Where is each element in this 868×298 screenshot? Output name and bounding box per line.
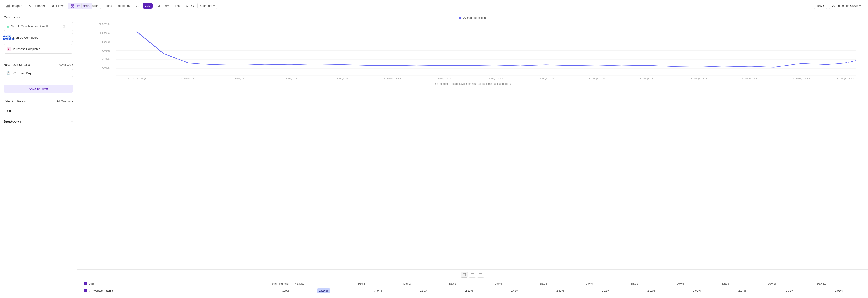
each-day-text: Each Day <box>19 71 31 75</box>
all-groups-select[interactable]: All Groups ▾ <box>57 99 73 103</box>
col-date[interactable]: Date <box>81 280 208 287</box>
svg-text:Day 26: Day 26 <box>793 77 810 80</box>
compare-button[interactable]: Compare ▾ <box>197 3 217 9</box>
nav-funnels[interactable]: Funnels <box>26 3 48 9</box>
save-as-new-button[interactable]: Save as New <box>4 85 73 93</box>
cell-day9: 2.24% <box>719 287 765 294</box>
retention-chart: 12% 10% 8% 6% 4% 2% < 1 Day Day 2 Day 4 … <box>84 22 861 81</box>
7d-button[interactable]: 7D <box>133 3 142 8</box>
cell-day3: 2.12% <box>446 287 492 294</box>
table-row: ▶ Average Retention 100% 10.36% 3.34% 2.… <box>81 287 864 294</box>
date-checkbox[interactable] <box>84 282 87 285</box>
svg-text:Day 28: Day 28 <box>837 77 854 80</box>
nav-flows-label: Flows <box>56 4 64 8</box>
svg-text:4%: 4% <box>102 58 110 61</box>
day-chevron: ▾ <box>823 4 824 7</box>
svg-rect-3 <box>71 4 72 6</box>
chart-subtitle: The number of exact days later your User… <box>84 82 861 86</box>
event-1-block: Average Retention Sign Up Completed ⋮ <box>4 33 73 42</box>
criteria-advanced[interactable]: Advanced ▾ <box>59 63 73 66</box>
custom-date-button[interactable]: Custom <box>81 3 101 9</box>
col-day4[interactable]: Day 4 <box>492 280 537 287</box>
svg-rect-6 <box>73 6 74 7</box>
col-day6[interactable]: Day 6 <box>583 280 628 287</box>
col-day1[interactable]: Day 1 <box>355 280 401 287</box>
event-1-menu[interactable]: ⋮ <box>66 35 70 40</box>
advanced-chevron: ▾ <box>72 63 73 66</box>
row-expand[interactable]: ▶ <box>89 290 90 292</box>
header-event-block: ⊞ Sign Up Completed and then Purchase C.… <box>4 22 73 31</box>
day-select-button[interactable]: Day ▾ <box>814 3 827 9</box>
col-day2[interactable]: Day 2 <box>401 280 446 287</box>
event-2-menu[interactable]: ⋮ <box>66 47 70 51</box>
col-total[interactable]: Total Profile(s) <box>208 280 292 287</box>
breakdown-plus-icon: + <box>71 119 73 123</box>
svg-text:Day 2: Day 2 <box>181 77 195 80</box>
svg-rect-2 <box>9 4 9 7</box>
calendar-icon <box>84 4 87 7</box>
retention-section-title[interactable]: Retention ▾ <box>4 16 73 19</box>
cell-day8: 2.02% <box>674 287 719 294</box>
view-toggle-chart[interactable] <box>469 272 476 278</box>
event-2-block: 2 Purchase Completed ⋮ <box>4 44 73 54</box>
col-day9[interactable]: Day 9 <box>719 280 765 287</box>
svg-rect-4 <box>73 4 74 6</box>
xtd-button[interactable]: XTD ▾ <box>184 3 197 8</box>
svg-rect-7 <box>84 5 87 7</box>
curve-icon <box>832 4 835 8</box>
retention-chevron: ▾ <box>19 16 20 19</box>
svg-text:Day 6: Day 6 <box>283 77 297 80</box>
cell-day2: 2.19% <box>401 287 446 294</box>
header-event-menu[interactable]: ⋮ <box>66 24 70 29</box>
svg-text:8%: 8% <box>102 40 110 43</box>
criteria-box: 🕐 On Each Day <box>4 69 73 77</box>
criteria-label: Retention Criteria <box>4 63 30 66</box>
breakdown-label: Breakdown <box>4 120 21 123</box>
cell-day6: 2.12% <box>583 287 628 294</box>
filter-plus-icon: + <box>71 109 73 113</box>
today-button[interactable]: Today <box>102 3 114 8</box>
view-toggle-full[interactable] <box>461 272 468 278</box>
nav-funnels-label: Funnels <box>33 4 45 8</box>
row-checkbox[interactable] <box>84 289 87 292</box>
cell-lt1day: 10.36% <box>292 287 355 294</box>
chart-legend: Average Retention <box>84 16 861 20</box>
col-day10[interactable]: Day 10 <box>765 280 814 287</box>
view-toggle-minimal[interactable] <box>477 272 484 278</box>
svg-text:12%: 12% <box>98 23 110 26</box>
col-day8[interactable]: Day 8 <box>674 280 719 287</box>
3m-button[interactable]: 3M <box>153 3 162 8</box>
filter-section[interactable]: Filter + <box>0 106 76 116</box>
svg-text:Day 4: Day 4 <box>232 77 246 80</box>
retention-curve-chevron: ▾ <box>860 4 861 7</box>
svg-rect-36 <box>463 273 466 276</box>
retention-curve-button[interactable]: Retention Curve ▾ <box>829 3 864 9</box>
12m-button[interactable]: 12M <box>173 3 183 8</box>
svg-text:Day 12: Day 12 <box>435 77 452 80</box>
svg-text:Day 8: Day 8 <box>335 77 348 80</box>
yesterday-button[interactable]: Yesterday <box>115 3 133 8</box>
svg-text:10%: 10% <box>98 32 110 35</box>
nav-insights[interactable]: Insights <box>4 3 25 9</box>
legend-label: Average Retention <box>463 16 486 20</box>
retention-icon <box>71 4 74 8</box>
retention-rate-select[interactable]: Retention Rate ▾ <box>4 99 26 103</box>
col-lt1day[interactable]: < 1 Day <box>292 280 355 287</box>
col-day11[interactable]: Day 11 <box>814 280 864 287</box>
col-day7[interactable]: Day 7 <box>628 280 674 287</box>
breakdown-section[interactable]: Breakdown + <box>0 116 76 127</box>
nav-flows[interactable]: Flows <box>49 3 67 9</box>
col-day5[interactable]: Day 5 <box>537 280 583 287</box>
svg-text:< 1 Day: < 1 Day <box>128 77 147 80</box>
30d-button[interactable]: 30D <box>143 3 153 8</box>
svg-text:2%: 2% <box>102 67 110 70</box>
6m-button[interactable]: 6M <box>163 3 172 8</box>
cell-day10: 2.31% <box>765 287 814 294</box>
svg-text:Day 10: Day 10 <box>384 77 401 80</box>
svg-rect-0 <box>6 6 7 7</box>
svg-rect-41 <box>471 273 474 276</box>
expand-icon[interactable]: ⊡ <box>63 25 65 28</box>
event-2-badge: 2 <box>6 47 11 51</box>
xtd-chevron: ▾ <box>193 5 194 7</box>
col-day3[interactable]: Day 3 <box>446 280 492 287</box>
